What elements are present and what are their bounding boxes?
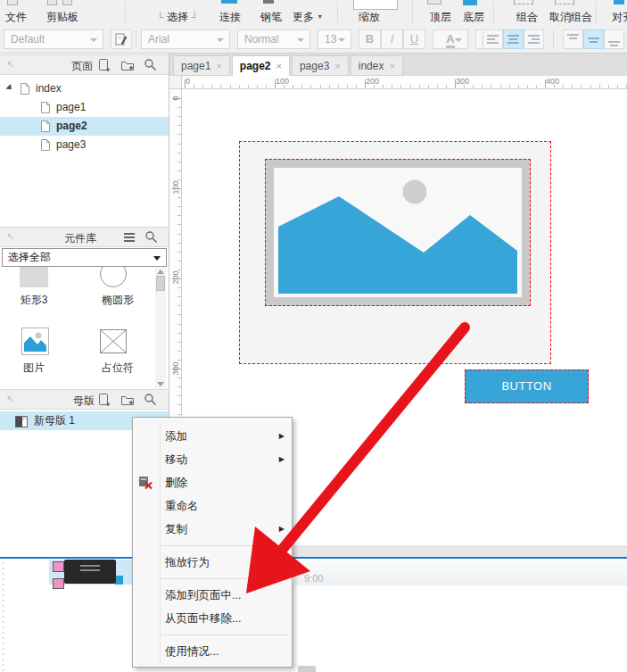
- image-widget-content: [274, 168, 522, 297]
- widgets-panel-header: ↖ 元件库: [0, 227, 169, 247]
- zoom-button[interactable]: 缩放: [359, 10, 380, 25]
- selection-handle[interactable]: [53, 578, 64, 589]
- add-page-icon[interactable]: [98, 58, 112, 72]
- close-icon[interactable]: ×: [216, 61, 221, 71]
- dropdown-arrow-icon: [153, 256, 161, 261]
- tab-index[interactable]: index ×: [351, 55, 403, 76]
- underline-button[interactable]: U: [403, 29, 425, 49]
- select-mode-button[interactable]: └ 选择 ┘: [157, 10, 198, 25]
- add-folder-icon[interactable]: [120, 393, 135, 407]
- collapse-panel-icon[interactable]: ↖: [6, 59, 14, 71]
- menu-item-delete[interactable]: 删除: [133, 471, 292, 494]
- page-tree-item-index[interactable]: index: [0, 79, 169, 98]
- file-button[interactable]: 文件: [5, 10, 27, 25]
- submenu-arrow-icon: ▶: [279, 518, 285, 541]
- tab-page2-active[interactable]: page2 ×: [232, 55, 290, 77]
- tab-label: page2: [240, 60, 271, 72]
- zoom-input[interactable]: [353, 0, 398, 10]
- align-button[interactable]: 对齐: [612, 10, 627, 25]
- tab-page3[interactable]: page3 ×: [292, 55, 349, 76]
- canvas-tab-bar: page1 × page2 × page3 × index ×: [169, 54, 627, 76]
- master-label: 新母版 1: [34, 411, 75, 430]
- menu-item-duplicate[interactable]: 复制▶: [133, 518, 292, 541]
- menu-item-usage[interactable]: 使用情况...: [133, 640, 292, 663]
- image-widget-thumb[interactable]: [21, 328, 49, 355]
- image-widget[interactable]: [265, 159, 531, 306]
- image-thumb-icon: [22, 328, 48, 354]
- align-bottom-button[interactable]: [604, 29, 624, 49]
- selection-handle[interactable]: [53, 561, 64, 572]
- add-master-icon[interactable]: [98, 393, 112, 407]
- ruler-number: 300: [171, 360, 180, 377]
- hamburger-menu-icon[interactable]: [123, 232, 137, 246]
- blue-widget-fragment: [115, 576, 123, 585]
- font-size-select[interactable]: 13: [318, 29, 351, 49]
- ellipse-widget-thumb[interactable]: [100, 267, 127, 287]
- close-icon[interactable]: ×: [389, 61, 394, 71]
- menu-item-remove-from-pages[interactable]: 从页面中移除...: [133, 607, 292, 630]
- page-tree-item-page1[interactable]: page1: [0, 98, 169, 117]
- page-tree-item-page3[interactable]: page3: [0, 136, 169, 154]
- page-doc-icon: [40, 138, 51, 158]
- font-family-select[interactable]: Arial: [141, 29, 230, 49]
- more-button[interactable]: 更多 ▼: [293, 10, 323, 25]
- menu-item-rename[interactable]: 重命名: [133, 494, 292, 518]
- select-bracket-right-icon: ┘: [191, 12, 198, 22]
- style-preset-select[interactable]: Default: [4, 29, 103, 49]
- align-right-button[interactable]: [524, 29, 544, 49]
- tree-expander-icon[interactable]: [5, 84, 13, 92]
- rectangle-widget-thumb[interactable]: [20, 267, 48, 287]
- menu-item-add-to-pages[interactable]: 添加到页面中...: [133, 584, 292, 607]
- pen-button[interactable]: 钢笔: [260, 10, 282, 25]
- widget-library-filter-select[interactable]: 选择全部: [2, 248, 167, 267]
- send-to-back-icon: [463, 0, 477, 5]
- collapse-panel-icon[interactable]: ↖: [6, 231, 14, 243]
- collapse-panel-icon[interactable]: ↖: [6, 394, 14, 405]
- connect-button[interactable]: 连接: [219, 10, 241, 25]
- search-icon[interactable]: [144, 393, 158, 407]
- close-icon[interactable]: ×: [276, 61, 282, 71]
- ungroup-button[interactable]: 取消组合: [549, 10, 592, 25]
- page-label: page3: [56, 136, 86, 154]
- scroll-up-icon[interactable]: [157, 270, 164, 274]
- italic-button[interactable]: I: [381, 29, 403, 49]
- menu-item-drop-behavior[interactable]: 拖放行为▶: [133, 551, 292, 574]
- hamburger-icon: [80, 565, 100, 567]
- main-toolbar: 文件 剪贴板 └ 选择 ┘ 连接 钢笔 更多 ▼ 缩放 顶层 底层 组合 取消组…: [0, 0, 627, 25]
- submenu-arrow-icon: ▶: [279, 448, 285, 471]
- page-tree-item-page2-selected[interactable]: page2: [0, 117, 169, 136]
- page-label: page1: [56, 98, 86, 117]
- align-left-button[interactable]: [483, 29, 503, 49]
- bring-to-front-button[interactable]: 顶层: [430, 10, 451, 25]
- font-weight-select[interactable]: Normal: [237, 29, 310, 49]
- placeholder-x-icon: [101, 330, 126, 353]
- placeholder-widget-thumb[interactable]: [100, 329, 127, 353]
- ungroup-icon: [555, 0, 574, 4]
- menu-item-add[interactable]: 添加▶: [133, 425, 292, 448]
- search-icon[interactable]: [144, 58, 158, 72]
- window-top-border: [0, 557, 627, 559]
- group-button[interactable]: 组合: [516, 10, 538, 25]
- align-center-button[interactable]: [503, 29, 524, 49]
- tab-page1[interactable]: page1 ×: [173, 55, 230, 76]
- search-icon[interactable]: [144, 230, 159, 245]
- master-selection-outline[interactable]: BUTTON: [239, 141, 551, 364]
- font-color-button[interactable]: A: [433, 29, 468, 49]
- widget-library-scrollbar[interactable]: [155, 268, 166, 388]
- scrollbar-thumb[interactable]: [156, 276, 165, 291]
- pages-panel-header: ↖ 页面: [0, 54, 169, 75]
- ruler-number: 300: [456, 77, 469, 86]
- close-icon[interactable]: ×: [334, 61, 340, 71]
- clipboard-button[interactable]: 剪贴板: [46, 10, 78, 25]
- edit-style-button[interactable]: [111, 29, 132, 49]
- send-to-back-button[interactable]: 底层: [463, 10, 484, 25]
- file-icon: [7, 0, 18, 5]
- scroll-down-icon[interactable]: [157, 382, 164, 386]
- mobile-navbar-widget[interactable]: [64, 560, 116, 584]
- align-middle-button[interactable]: [583, 29, 604, 49]
- align-top-button[interactable]: [563, 29, 583, 49]
- menu-item-move[interactable]: 移动▶: [133, 448, 292, 471]
- button-widget[interactable]: BUTTON: [465, 369, 589, 403]
- bold-button[interactable]: B: [359, 29, 381, 49]
- add-folder-icon[interactable]: [120, 58, 135, 72]
